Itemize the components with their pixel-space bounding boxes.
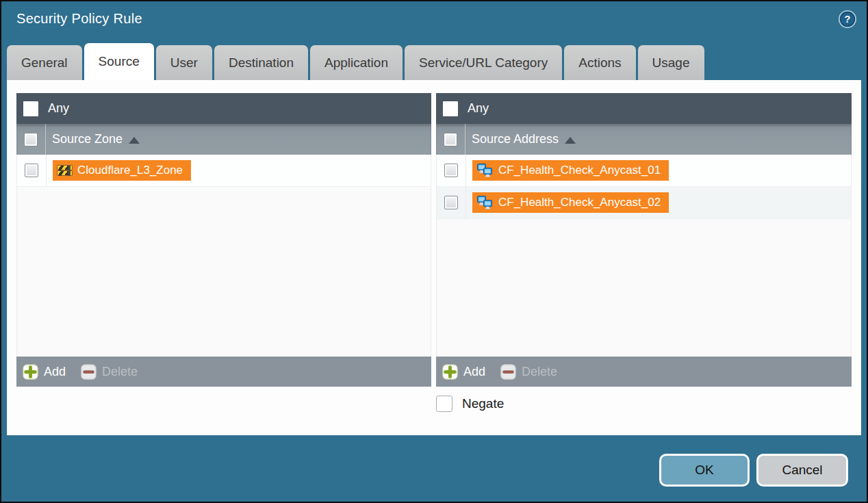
source-address-list: CF_Health_Check_Anycast_01 CF_Health_Che…: [436, 155, 852, 357]
zone-barricade-icon: [58, 165, 72, 176]
sort-ascending-icon: [565, 137, 576, 144]
source-address-any-bar: Any: [436, 93, 852, 124]
address-chip[interactable]: CF_Health_Check_Anycast_02: [472, 192, 669, 213]
tab-usage[interactable]: Usage: [638, 45, 704, 80]
negate-row: Negate: [436, 396, 504, 412]
help-icon: ?: [838, 10, 857, 29]
tab-application[interactable]: Application: [310, 45, 403, 80]
address-chip[interactable]: CF_Health_Check_Anycast_01: [472, 160, 669, 181]
cancel-button[interactable]: Cancel: [756, 454, 848, 487]
source-address-any-checkbox[interactable]: [443, 101, 458, 116]
add-label: Add: [44, 365, 66, 379]
source-address-any-label: Any: [468, 101, 489, 116]
source-tab-content: Any Source Zone: [7, 80, 861, 435]
source-zone-panel: Any Source Zone: [16, 93, 431, 387]
source-zone-select-all-checkbox[interactable]: [24, 133, 38, 146]
delete-label: Delete: [522, 365, 557, 379]
minus-icon: [500, 364, 516, 380]
tab-source[interactable]: Source: [84, 43, 154, 80]
zone-chip[interactable]: Cloudflare_L3_Zone: [53, 160, 191, 181]
ok-button[interactable]: OK: [659, 454, 750, 487]
address-chip-label: CF_Health_Check_Anycast_01: [498, 164, 661, 177]
address-chip-label: CF_Health_Check_Anycast_02: [498, 196, 661, 209]
help-button[interactable]: ?: [838, 10, 857, 29]
negate-checkbox[interactable]: [436, 396, 452, 412]
tab-actions[interactable]: Actions: [564, 45, 635, 80]
minus-icon: [81, 364, 97, 380]
add-label: Add: [463, 365, 485, 379]
source-address-row[interactable]: CF_Health_Check_Anycast_01: [437, 155, 851, 187]
tab-bar: General Source User Destination Applicat…: [7, 45, 706, 80]
source-address-delete-button[interactable]: Delete: [500, 364, 557, 380]
source-address-column-header[interactable]: Source Address: [436, 124, 852, 155]
source-zone-delete-button[interactable]: Delete: [81, 364, 138, 380]
source-address-panel: Any Source Address: [436, 93, 852, 387]
source-address-row-checkbox[interactable]: [444, 196, 458, 209]
negate-label: Negate: [462, 396, 504, 411]
source-zone-column-header[interactable]: Source Zone: [16, 124, 431, 155]
security-policy-rule-dialog: Security Policy Rule ? General Source Us…: [1, 1, 867, 502]
sort-ascending-icon: [129, 137, 140, 144]
address-computers-icon: [477, 164, 493, 177]
source-zone-list: Cloudflare_L3_Zone: [16, 155, 431, 357]
source-address-add-button[interactable]: Add: [442, 364, 485, 380]
dialog-title: Security Policy Rule: [16, 11, 142, 27]
source-zone-column-label: Source Zone: [52, 132, 123, 146]
source-address-toolbar: Add Delete: [436, 357, 852, 387]
plus-icon: [442, 364, 458, 380]
zone-chip-label: Cloudflare_L3_Zone: [77, 164, 183, 177]
source-zone-row[interactable]: Cloudflare_L3_Zone: [17, 155, 431, 187]
svg-text:?: ?: [845, 14, 851, 25]
tab-service-url-category[interactable]: Service/URL Category: [405, 45, 562, 80]
source-address-column-label: Source Address: [472, 132, 559, 146]
source-zone-row-checkbox[interactable]: [25, 164, 38, 177]
source-address-select-all-checkbox[interactable]: [444, 133, 457, 146]
plus-icon: [23, 364, 38, 380]
tab-destination[interactable]: Destination: [214, 45, 308, 80]
source-zone-any-label: Any: [48, 101, 69, 116]
source-zone-toolbar: Add Delete: [16, 357, 431, 387]
source-zone-add-button[interactable]: Add: [23, 364, 66, 380]
address-computers-icon: [477, 196, 493, 209]
source-address-row[interactable]: CF_Health_Check_Anycast_02: [437, 187, 851, 219]
source-zone-any-bar: Any: [16, 93, 431, 124]
tab-general[interactable]: General: [7, 45, 82, 80]
delete-label: Delete: [102, 365, 138, 379]
source-address-row-checkbox[interactable]: [444, 164, 458, 177]
tab-user[interactable]: User: [156, 45, 212, 80]
source-zone-any-checkbox[interactable]: [23, 101, 38, 116]
